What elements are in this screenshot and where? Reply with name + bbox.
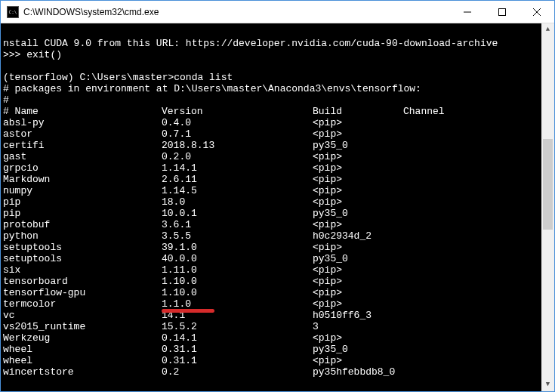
pkg-build: <pip> — [313, 196, 403, 208]
pkg-name: Werkzeug — [3, 332, 162, 344]
output-line: nstall CUDA 9.0 from this URL: https://d… — [3, 38, 498, 49]
pkg-version: 3.5.5 — [162, 230, 313, 242]
table-row: pip18.0<pip> — [3, 196, 551, 208]
pkg-version: 1.10.0 — [162, 287, 313, 298]
output-line: >>> exit() — [3, 49, 62, 60]
pkg-build: 3 — [313, 321, 403, 332]
table-row: setuptools39.1.0<pip> — [3, 242, 551, 253]
table-row: grpcio1.14.1<pip> — [3, 162, 551, 174]
pkg-build: py35_0 — [313, 208, 403, 219]
pkg-name: protobuf — [3, 219, 162, 230]
pkg-build: <pip> — [313, 242, 403, 253]
maximize-button[interactable] — [485, 1, 520, 23]
pkg-version: 1.11.0 — [162, 264, 313, 276]
scroll-down-button[interactable]: ▼ — [541, 378, 554, 391]
minimize-button[interactable] — [450, 1, 485, 23]
pkg-build: py35hfebbdb8_0 — [313, 366, 403, 378]
table-row: python3.5.5h0c2934d_2 — [3, 230, 551, 242]
pkg-build: <pip> — [313, 128, 403, 140]
table-row: termcolor1.1.0<pip> — [3, 298, 551, 310]
pkg-name: vs2015_runtime — [3, 321, 162, 332]
table-row: vs2015_runtime15.5.23 — [3, 321, 551, 332]
pkg-version: 1.14.5 — [162, 185, 313, 196]
pkg-name: termcolor — [3, 298, 162, 310]
pkg-version: 2.6.11 — [162, 174, 313, 185]
scroll-track[interactable] — [541, 36, 554, 378]
table-row: Werkzeug0.14.1<pip> — [3, 332, 551, 344]
window-title: C:\WINDOWS\system32\cmd.exe — [23, 7, 450, 17]
table-row: certifi2018.8.13py35_0 — [3, 140, 551, 151]
pkg-name: absl-py — [3, 117, 162, 128]
titlebar[interactable]: C:\WINDOWS\system32\cmd.exe — [1, 1, 554, 23]
pkg-version: 0.31.1 — [162, 355, 313, 366]
pkg-version: 0.4.0 — [162, 117, 313, 128]
cmd-icon — [7, 6, 19, 18]
table-row: protobuf3.6.1<pip> — [3, 219, 551, 230]
pkg-name: python — [3, 230, 162, 242]
pkg-name: vc — [3, 310, 162, 321]
pkg-version: 10.0.1 — [162, 208, 313, 219]
pkg-build: py35_0 — [313, 253, 403, 264]
pkg-version: 1.14.1 — [162, 162, 313, 174]
pkg-version: 0.14.1 — [162, 332, 313, 344]
pkg-version: 0.2 — [162, 366, 313, 378]
pkg-version: 0.2.0 — [162, 151, 313, 162]
output-line: # packages in environment at D:\Users\ma… — [3, 83, 421, 94]
table-row: wheel0.31.1py35_0 — [3, 344, 551, 355]
pkg-build: <pip> — [313, 355, 403, 366]
pkg-name: grpcio — [3, 162, 162, 174]
pkg-build: py35_0 — [313, 140, 403, 151]
scroll-thumb[interactable] — [543, 139, 553, 230]
pkg-build: <pip> — [313, 287, 403, 298]
pkg-build: <pip> — [313, 151, 403, 162]
pkg-build: <pip> — [313, 298, 403, 310]
close-button[interactable] — [520, 1, 554, 23]
pkg-name: astor — [3, 128, 162, 140]
terminal-body: nstall CUDA 9.0 from this URL: https://d… — [1, 26, 551, 378]
pkg-build: <pip> — [313, 117, 403, 128]
table-row: astor0.7.1<pip> — [3, 128, 551, 140]
pkg-name: setuptools — [3, 253, 162, 264]
table-row: tensorflow-gpu1.10.0<pip> — [3, 287, 551, 298]
pkg-name: wheel — [3, 344, 162, 355]
pkg-name: gast — [3, 151, 162, 162]
svg-rect-1 — [499, 8, 506, 15]
scroll-up-button[interactable]: ▲ — [541, 23, 554, 36]
pkg-build: h0510ff6_3 — [313, 310, 403, 321]
table-row: absl-py0.4.0<pip> — [3, 117, 551, 128]
table-row: tensorboard1.10.0<pip> — [3, 276, 551, 287]
table-row: numpy1.14.5<pip> — [3, 185, 551, 196]
pkg-version: 1.1.0 — [162, 298, 313, 310]
table-row: pip10.0.1py35_0 — [3, 208, 551, 219]
pkg-name: pip — [3, 208, 162, 219]
pkg-name: wheel — [3, 355, 162, 366]
pkg-version: 2018.8.13 — [162, 140, 313, 151]
pkg-build: <pip> — [313, 276, 403, 287]
pkg-name: tensorboard — [3, 276, 162, 287]
pkg-name: wincertstore — [3, 366, 162, 378]
window-buttons — [450, 1, 554, 23]
package-list: absl-py0.4.0<pip>astor0.7.1<pip>certifi2… — [3, 117, 551, 378]
table-row: Markdown2.6.11<pip> — [3, 174, 551, 185]
pkg-name: six — [3, 264, 162, 276]
table-row: wheel0.31.1<pip> — [3, 355, 551, 366]
table-row: wincertstore0.2py35hfebbdb8_0 — [3, 366, 551, 378]
prompt-line: (tensorflow) C:\Users\master>conda list — [3, 72, 233, 83]
pkg-name: Markdown — [3, 174, 162, 185]
pkg-name: certifi — [3, 140, 162, 151]
pkg-build: <pip> — [313, 264, 403, 276]
pkg-name: tensorflow-gpu — [3, 287, 162, 298]
pkg-build: <pip> — [313, 332, 403, 344]
pkg-version: 1.10.0 — [162, 276, 313, 287]
pkg-build: <pip> — [313, 162, 403, 174]
table-header: # NameVersionBuildChannel — [3, 106, 551, 117]
scrollbar[interactable]: ▲ ▼ — [541, 23, 554, 391]
table-row: vc14.1h0510ff6_3 — [3, 310, 551, 321]
pkg-build: <pip> — [313, 219, 403, 230]
pkg-name: numpy — [3, 185, 162, 196]
output-line: # — [3, 94, 9, 106]
terminal[interactable]: nstall CUDA 9.0 from this URL: https://d… — [1, 23, 554, 391]
pkg-build: <pip> — [313, 174, 403, 185]
pkg-version: 0.7.1 — [162, 128, 313, 140]
table-row: setuptools40.0.0py35_0 — [3, 253, 551, 264]
